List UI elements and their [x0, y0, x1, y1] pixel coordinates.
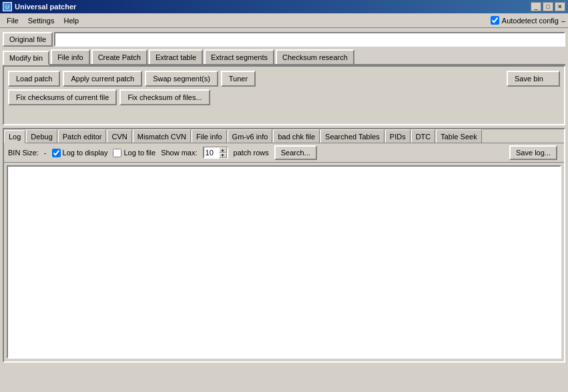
tuner-button[interactable]: Tuner — [221, 71, 256, 87]
fix-checksums-button[interactable]: Fix checksums of current file — [8, 89, 117, 105]
apply-patch-button[interactable]: Apply current patch — [63, 71, 142, 87]
autodetect-label: Autodetect config — [502, 17, 559, 25]
menu-help[interactable]: Help — [59, 15, 83, 26]
original-file-input[interactable] — [54, 32, 565, 47]
top-tab-strip: Modify bin File info Create Patch Extrac… — [3, 49, 565, 65]
tab-table-seek[interactable]: Table Seek — [436, 129, 481, 143]
save-bin-button[interactable]: Save bin — [507, 71, 560, 87]
app-icon: U — [3, 2, 12, 11]
bottom-tab-strip: Log Debug Patch editor CVN Mismatch CVN … — [4, 129, 564, 143]
log-to-file-label[interactable]: Log to file — [113, 149, 156, 157]
bin-size-label: BIN Size: — [8, 149, 39, 157]
log-to-file-checkbox[interactable] — [113, 149, 121, 157]
tab-cvn[interactable]: CVN — [107, 129, 131, 143]
tab-file-info-bottom[interactable]: File info — [192, 129, 227, 143]
log-area — [7, 165, 561, 359]
tab-gmv6-info[interactable]: Gm-v6 info — [228, 129, 273, 143]
show-max-label: Show max: — [161, 149, 197, 157]
tab-extract-segments[interactable]: Extract segments — [204, 49, 274, 64]
tab-dtc[interactable]: DTC — [411, 129, 436, 143]
tab-patch-editor[interactable]: Patch editor — [58, 129, 107, 143]
lower-section: Log Debug Patch editor CVN Mismatch CVN … — [3, 128, 565, 363]
modify-bin-content: Load patch Apply current patch Swap segm… — [3, 65, 565, 125]
tab-log[interactable]: Log — [4, 130, 25, 143]
log-to-display-checkbox[interactable] — [52, 149, 61, 157]
buttons-row-2: Fix checksums of current file Fix checks… — [8, 89, 560, 105]
app-title: Universal patcher — [15, 3, 76, 11]
tab-bad-chk-file[interactable]: bad chk file — [273, 129, 320, 143]
show-max-input[interactable] — [204, 147, 219, 158]
tab-file-info[interactable]: File info — [51, 49, 90, 64]
swap-segments-button[interactable]: Swap segment(s) — [145, 71, 218, 87]
menu-settings[interactable]: Settings — [24, 15, 59, 26]
load-patch-button[interactable]: Load patch — [8, 71, 60, 87]
title-bar: U Universal patcher _ □ ✕ — [0, 0, 568, 13]
tab-debug[interactable]: Debug — [26, 129, 57, 143]
original-file-bar: Original file — [3, 31, 565, 48]
autodetect-checkbox[interactable] — [491, 16, 499, 25]
tab-create-patch[interactable]: Create Patch — [91, 49, 148, 64]
close-button[interactable]: ✕ — [555, 2, 565, 11]
menu-bar: File Settings Help Autodetect config – — [0, 13, 568, 28]
buttons-row-1: Load patch Apply current patch Swap segm… — [8, 71, 560, 87]
autodetect-dash: – — [561, 17, 565, 25]
fix-checksum-files-button[interactable]: Fix checksum of files... — [119, 89, 210, 105]
log-to-display-label[interactable]: Log to display — [52, 149, 108, 157]
minimize-button[interactable]: _ — [531, 2, 541, 11]
show-max-spinner[interactable]: ▲ ▼ — [203, 147, 228, 159]
save-log-button[interactable]: Save log... — [509, 145, 557, 160]
tab-checksum-research[interactable]: Checksum research — [276, 49, 354, 64]
spinner-up-button[interactable]: ▲ — [219, 147, 227, 153]
tab-modify-bin[interactable]: Modify bin — [3, 51, 49, 65]
search-button[interactable]: Search... — [274, 145, 317, 160]
tab-mismatch-cvn[interactable]: Mismatch CVN — [133, 129, 191, 143]
maximize-button[interactable]: □ — [543, 2, 553, 11]
savelog-area: Save log... — [322, 145, 560, 160]
autodetect-area: Autodetect config – — [491, 16, 565, 25]
patch-rows-label: patch rows — [234, 149, 269, 157]
window-content: Original file Modify bin File info Creat… — [0, 28, 568, 365]
bin-size-value: - — [44, 149, 47, 157]
menu-file[interactable]: File — [3, 15, 23, 26]
window-controls: _ □ ✕ — [531, 2, 565, 11]
spinner-down-button[interactable]: ▼ — [219, 153, 227, 158]
tab-pids[interactable]: PIDs — [385, 129, 410, 143]
tab-searched-tables[interactable]: Searched Tables — [320, 129, 384, 143]
log-controls: BIN Size: - Log to display Log to file S… — [4, 143, 564, 163]
original-file-button[interactable]: Original file — [3, 32, 53, 47]
tab-extract-table[interactable]: Extract table — [149, 49, 203, 64]
